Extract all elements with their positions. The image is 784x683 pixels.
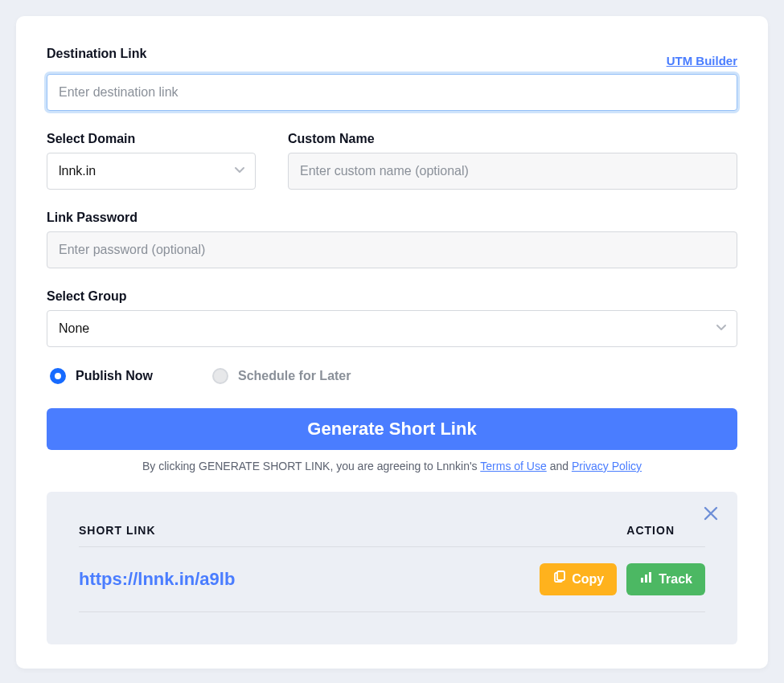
svg-rect-2 — [641, 578, 643, 583]
result-header: SHORT LINK ACTION — [79, 524, 705, 547]
track-button[interactable]: Track — [626, 563, 705, 595]
radio-dot-selected-icon — [50, 368, 66, 384]
destination-input[interactable] — [47, 74, 737, 111]
result-box: SHORT LINK ACTION https://lnnk.in/a9lb C… — [47, 492, 737, 644]
generate-button[interactable]: Generate Short Link — [47, 408, 737, 450]
disclaimer-text: By clicking GENERATE SHORT LINK, you are… — [47, 460, 737, 472]
custom-name-col: Custom Name — [288, 132, 737, 190]
group-select-wrap — [47, 310, 737, 347]
terms-link[interactable]: Terms of Use — [480, 460, 546, 472]
radio-schedule-later[interactable]: Schedule for Later — [212, 368, 351, 384]
action-buttons: Copy Track — [540, 563, 705, 595]
domain-select-wrap — [47, 153, 256, 190]
privacy-link[interactable]: Privacy Policy — [572, 460, 642, 472]
domain-select[interactable] — [47, 153, 256, 190]
svg-rect-3 — [645, 575, 647, 583]
action-header: ACTION — [626, 524, 705, 537]
short-link-value[interactable]: https://lnnk.in/a9lb — [79, 569, 235, 590]
destination-header: Destination Link UTM Builder — [47, 47, 737, 67]
password-group: Link Password — [47, 211, 737, 268]
password-label: Link Password — [47, 211, 737, 225]
domain-label: Select Domain — [47, 132, 256, 146]
password-input[interactable] — [47, 231, 737, 268]
disclaimer-and: and — [550, 460, 572, 472]
short-link-header: SHORT LINK — [79, 524, 156, 537]
destination-label: Destination Link — [47, 47, 146, 61]
close-icon[interactable] — [702, 505, 720, 526]
domain-col: Select Domain — [47, 132, 256, 190]
group-field: Select Group — [47, 289, 737, 347]
track-label: Track — [659, 572, 692, 587]
custom-name-label: Custom Name — [288, 132, 737, 146]
group-label: Select Group — [47, 289, 737, 304]
svg-rect-4 — [649, 572, 651, 583]
copy-icon — [552, 571, 567, 588]
disclaimer-pre: By clicking GENERATE SHORT LINK, you are… — [142, 460, 480, 472]
domain-customname-row: Select Domain Custom Name — [47, 132, 737, 190]
copy-button[interactable]: Copy — [540, 563, 617, 595]
publish-now-label: Publish Now — [76, 369, 153, 383]
result-row: https://lnnk.in/a9lb Copy Track — [79, 547, 705, 612]
chart-icon — [639, 571, 654, 588]
svg-rect-1 — [557, 571, 564, 580]
publish-radio-row: Publish Now Schedule for Later — [47, 368, 737, 384]
radio-dot-icon — [212, 368, 228, 384]
utm-builder-link[interactable]: UTM Builder — [667, 54, 737, 67]
custom-name-input[interactable] — [288, 153, 737, 190]
radio-publish-now[interactable]: Publish Now — [50, 368, 153, 384]
link-form-card: Destination Link UTM Builder Select Doma… — [16, 16, 768, 669]
copy-label: Copy — [572, 572, 604, 587]
schedule-later-label: Schedule for Later — [238, 369, 351, 383]
group-select[interactable] — [47, 310, 737, 347]
